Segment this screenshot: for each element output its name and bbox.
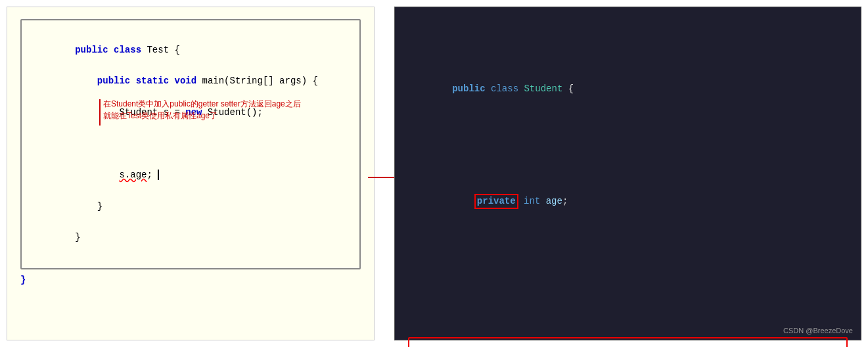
left-code-panel: public class Test { public static void m… <box>7 7 375 340</box>
right-code-content: public class Student { private int age; … <box>408 19 848 347</box>
left-code-box: public class Test { public static void m… <box>20 19 361 269</box>
left-code-content: public class Test { public static void m… <box>31 27 350 262</box>
left-bottom-brace: } <box>20 275 361 285</box>
right-field-line: private int age; <box>408 178 848 225</box>
right-code-panel: public class Student { private int age; … <box>394 7 861 340</box>
annotation-text: 在Student类中加入public的getter setter方法返回age之… <box>103 98 301 122</box>
watermark: CSDN @BreezeDove <box>783 327 853 335</box>
private-keyword-box: private <box>474 194 518 210</box>
right-methods-box: public int getAge() { return age; } publ… <box>408 337 848 347</box>
right-class-decl: public class Student { <box>408 66 848 112</box>
